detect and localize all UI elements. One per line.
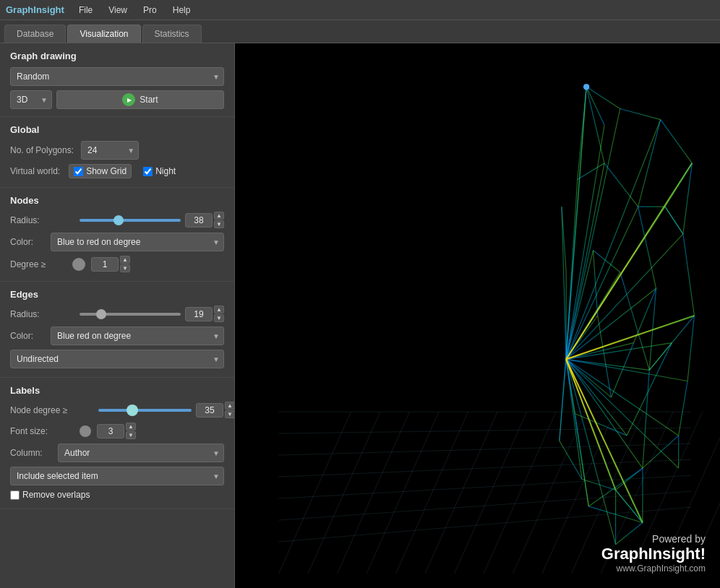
- section-title-labels: Labels: [10, 385, 224, 396]
- edges-radius-input[interactable]: [185, 307, 213, 321]
- nodes-degree-value-wrap: ▲ ▼: [91, 256, 130, 272]
- viz-canvas[interactable]: Powered by GraphInsight! www.GraphInsigh…: [235, 43, 720, 588]
- show-grid-checkbox-wrap[interactable]: Show Grid: [69, 164, 132, 178]
- labels-remove-row: Remove overlaps: [10, 490, 224, 500]
- section-edges: Edges Radius: ▲ ▼ Color: Blue red on deg…: [0, 282, 234, 378]
- menu-bar: GraphInsight File View Pro Help: [0, 0, 720, 20]
- layout-dropdown-row: Random Circle Force-directed Grid ▼: [10, 67, 224, 86]
- labels-node-degree-row: Node degree ≥ ▲ ▼: [10, 402, 224, 418]
- virtual-row: Virtual world: Show Grid Night: [10, 164, 224, 178]
- tab-bar: Database Visualization Statistics: [0, 20, 720, 43]
- edges-color-label: Color:: [10, 331, 46, 341]
- nodes-radius-value-wrap: ▲ ▼: [185, 212, 224, 228]
- polygons-label: No. of Polygons:: [10, 145, 74, 155]
- labels-node-degree-slider[interactable]: [98, 409, 192, 412]
- nodes-color-select[interactable]: Blue to red on degree Uniform By cluster: [51, 233, 224, 251]
- nodes-degree-spinner: ▲ ▼: [120, 256, 130, 272]
- graph-canvas: [235, 43, 720, 588]
- menu-help[interactable]: Help: [166, 3, 198, 17]
- nodes-radius-up[interactable]: ▲: [214, 212, 224, 220]
- edges-radius-up[interactable]: ▲: [214, 306, 224, 314]
- main-layout: Graph drawing Random Circle Force-direct…: [0, 43, 720, 588]
- labels-font-size-up[interactable]: ▲: [126, 423, 136, 431]
- edges-color-select-wrap: Blue red on degree Blue to red on degree…: [51, 327, 224, 345]
- edges-color-row: Color: Blue red on degree Blue to red on…: [10, 327, 224, 345]
- edges-direction-select[interactable]: Undirected Directed: [10, 350, 224, 368]
- section-title-edges: Edges: [10, 289, 224, 300]
- labels-node-degree-down[interactable]: ▼: [225, 410, 235, 418]
- nodes-degree-down[interactable]: ▼: [120, 264, 130, 272]
- start-row: 3D 2D ▼ Start: [10, 90, 224, 109]
- sidebar: Graph drawing Random Circle Force-direct…: [0, 43, 235, 588]
- nodes-degree-up[interactable]: ▲: [120, 256, 130, 264]
- labels-node-degree-input[interactable]: [196, 403, 223, 418]
- nodes-radius-spinner: ▲ ▼: [214, 212, 224, 228]
- night-checkbox[interactable]: [143, 167, 153, 176]
- polygons-select[interactable]: 24 12 48: [81, 141, 139, 160]
- nodes-degree-row: Degree ≥ ▲ ▼: [10, 256, 224, 272]
- edges-color-select[interactable]: Blue red on degree Blue to red on degree…: [51, 327, 224, 345]
- nodes-radius-input[interactable]: [185, 213, 213, 228]
- labels-include-select-wrap: Include selected item Exclude selected i…: [10, 467, 224, 485]
- section-labels: Labels Node degree ≥ ▲ ▼ Font size:: [0, 378, 234, 509]
- labels-column-select[interactable]: Author Title Year: [58, 444, 224, 462]
- app-brand[interactable]: GraphInsight: [6, 4, 64, 15]
- show-grid-checkbox[interactable]: [74, 167, 83, 176]
- labels-column-select-wrap: Author Title Year ▼: [58, 444, 224, 462]
- polygons-row: No. of Polygons: 24 12 48 ▼: [10, 141, 224, 160]
- nodes-radius-slider[interactable]: [80, 219, 181, 222]
- labels-font-size-spinner: ▲ ▼: [126, 423, 136, 439]
- layout-select-wrap: Random Circle Force-directed Grid ▼: [10, 67, 224, 86]
- labels-node-degree-up[interactable]: ▲: [225, 402, 235, 410]
- start-icon: [122, 93, 135, 106]
- labels-font-size-row: Font size: ▲ ▼: [10, 423, 224, 439]
- section-graph-drawing: Graph drawing Random Circle Force-direct…: [0, 43, 234, 117]
- night-checkbox-wrap[interactable]: Night: [143, 166, 176, 176]
- menu-pro[interactable]: Pro: [136, 3, 164, 17]
- section-nodes: Nodes Radius: ▲ ▼ Color: Blue to red on …: [0, 188, 234, 282]
- layout-select[interactable]: Random Circle Force-directed Grid: [10, 67, 224, 86]
- nodes-color-label: Color:: [10, 237, 46, 247]
- nodes-color-row: Color: Blue to red on degree Uniform By …: [10, 233, 224, 251]
- polygons-select-wrap: 24 12 48 ▼: [81, 141, 139, 160]
- section-title-graph-drawing: Graph drawing: [10, 51, 224, 61]
- tab-visualization[interactable]: Visualization: [67, 25, 140, 43]
- labels-include-row: Include selected item Exclude selected i…: [10, 467, 224, 485]
- nodes-color-select-wrap: Blue to red on degree Uniform By cluster…: [51, 233, 224, 251]
- labels-font-size-circle: [80, 425, 91, 437]
- dim-select[interactable]: 3D 2D: [10, 90, 52, 109]
- nodes-degree-label: Degree ≥: [10, 259, 68, 269]
- section-title-nodes: Nodes: [10, 195, 224, 206]
- menu-file[interactable]: File: [72, 3, 100, 17]
- labels-node-degree-spinner: ▲ ▼: [225, 402, 235, 418]
- section-global: Global No. of Polygons: 24 12 48 ▼ Virtu…: [0, 117, 234, 188]
- labels-font-size-down[interactable]: ▼: [126, 431, 136, 439]
- labels-node-degree-value-wrap: ▲ ▼: [196, 402, 235, 418]
- labels-font-size-value-wrap: ▲ ▼: [97, 423, 136, 439]
- labels-font-size-label: Font size:: [10, 426, 75, 436]
- nodes-degree-circle: [72, 258, 85, 271]
- nodes-radius-row: Radius: ▲ ▼: [10, 212, 224, 228]
- remove-overlaps-checkbox[interactable]: [10, 490, 20, 500]
- labels-column-label: Column:: [10, 448, 53, 458]
- dim-select-wrap: 3D 2D ▼: [10, 90, 52, 109]
- start-button[interactable]: Start: [56, 90, 224, 109]
- nodes-degree-input[interactable]: [91, 257, 119, 272]
- remove-overlaps-wrap[interactable]: Remove overlaps: [10, 490, 90, 500]
- edges-radius-value-wrap: ▲ ▼: [185, 306, 224, 322]
- tab-statistics[interactable]: Statistics: [142, 25, 202, 43]
- nodes-radius-label: Radius:: [10, 215, 75, 225]
- nodes-radius-down[interactable]: ▼: [214, 220, 224, 228]
- show-grid-label: Show Grid: [86, 166, 127, 176]
- remove-overlaps-label: Remove overlaps: [22, 490, 90, 500]
- tab-database[interactable]: Database: [4, 25, 66, 43]
- labels-include-select[interactable]: Include selected item Exclude selected i…: [10, 467, 224, 485]
- labels-font-size-input[interactable]: [97, 424, 124, 438]
- edges-radius-row: Radius: ▲ ▼: [10, 306, 224, 322]
- labels-node-degree-label: Node degree ≥: [10, 405, 90, 415]
- menu-view[interactable]: View: [101, 3, 134, 17]
- section-title-global: Global: [10, 124, 224, 135]
- edges-radius-slider[interactable]: [80, 313, 181, 316]
- edges-radius-down[interactable]: ▼: [214, 314, 224, 322]
- edges-radius-label: Radius:: [10, 309, 75, 319]
